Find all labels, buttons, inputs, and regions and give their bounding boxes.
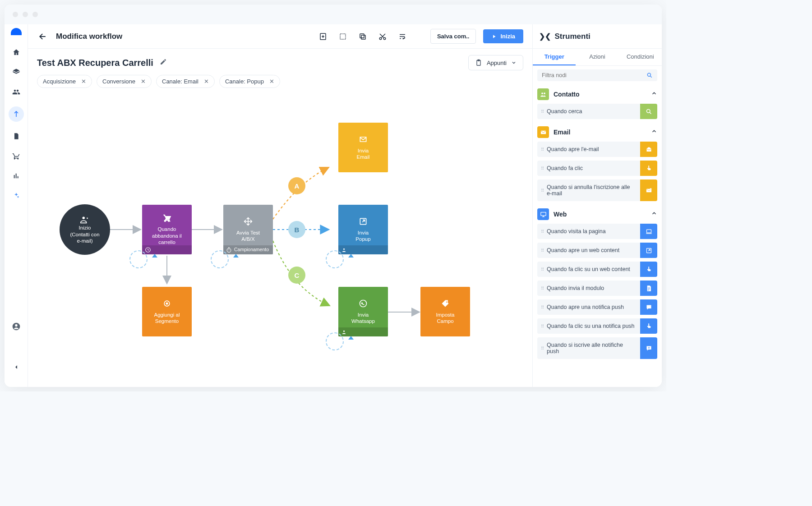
tool-item[interactable]: ⠿Quando visita la pagina — [537, 224, 657, 239]
tool-wrap-icon[interactable] — [396, 30, 409, 43]
tag-bar: Acquisizione✕ Conversione✕ Canale: Email… — [28, 75, 532, 94]
clipboard-button[interactable]: Appunti — [468, 55, 523, 70]
drag-handle-icon[interactable]: ⠿ — [537, 147, 547, 152]
add-caret-icon — [152, 254, 157, 258]
add-ring[interactable] — [211, 250, 229, 268]
workflow-canvas[interactable]: Inizio (Contatti con e-mail) Quando abba… — [28, 94, 532, 387]
nav-sparkle-icon[interactable] — [11, 190, 22, 201]
nav-collapse-icon[interactable] — [11, 362, 22, 373]
nav-home-icon[interactable] — [11, 47, 22, 58]
tool-add-node-icon[interactable] — [317, 30, 329, 43]
tag-chip[interactable]: Acquisizione✕ — [37, 75, 92, 88]
tool-item-label: Quando apre l'e-mail — [547, 142, 640, 157]
drag-handle-icon[interactable]: ⠿ — [537, 166, 547, 171]
remove-tag-icon[interactable]: ✕ — [269, 78, 274, 85]
tool-item-action-icon — [640, 104, 657, 119]
tab-trigger[interactable]: Trigger — [533, 49, 576, 65]
section-web[interactable]: Web — [537, 205, 657, 224]
nav-people-icon[interactable] — [11, 87, 22, 97]
left-nav — [5, 24, 28, 387]
drag-handle-icon[interactable]: ⠿ — [537, 305, 547, 310]
svg-point-15 — [360, 300, 367, 307]
tag-chip[interactable]: Canale: Popup✕ — [219, 75, 280, 88]
tool-item[interactable]: ⠿Quando apre un web content — [537, 243, 657, 258]
remove-tag-icon[interactable]: ✕ — [141, 78, 146, 85]
tool-item-action-icon — [640, 281, 657, 296]
remove-tag-icon[interactable]: ✕ — [81, 78, 86, 85]
tool-cut-icon[interactable] — [376, 30, 389, 43]
svg-point-19 — [446, 301, 448, 303]
app-logo-icon — [11, 28, 22, 35]
page-title: Modifica workflow — [56, 32, 122, 41]
tag-chip[interactable]: Conversione✕ — [97, 75, 152, 88]
tool-item[interactable]: ⠿Quando cerca — [537, 104, 657, 119]
drag-handle-icon[interactable]: ⠿ — [537, 188, 547, 193]
add-ring[interactable] — [326, 250, 344, 268]
tool-item[interactable]: ⠿Quando fa clic su una notifica push — [537, 318, 657, 334]
drag-handle-icon[interactable]: ⠿ — [537, 109, 547, 114]
collapse-panel-icon[interactable]: ❯ ❮ — [539, 32, 550, 41]
drag-handle-icon[interactable]: ⠿ — [537, 324, 547, 329]
filter-input[interactable] — [542, 72, 646, 78]
tab-actions[interactable]: Azioni — [576, 49, 618, 65]
tool-item[interactable]: ⠿Quando si iscrive alle notifiche push — [537, 337, 657, 359]
tool-copy-icon[interactable] — [356, 30, 369, 43]
filter-search[interactable] — [537, 69, 657, 81]
tool-item-action-icon — [640, 243, 657, 258]
tab-conditions[interactable]: Condizioni — [619, 49, 662, 65]
tool-item[interactable]: ⠿Quando apre una notifica push — [537, 299, 657, 315]
nav-workflow-icon[interactable] — [9, 106, 24, 122]
nav-layers-icon[interactable] — [11, 67, 22, 78]
action-node-abx-test[interactable]: Avvia Test A/B/X Campionamento — [223, 205, 273, 254]
action-node-send-email[interactable]: Invia Email — [338, 123, 388, 172]
drag-handle-icon[interactable]: ⠿ — [537, 346, 547, 351]
tool-item[interactable]: ⠿Quando fa clic su un web content — [537, 262, 657, 277]
add-ring[interactable] — [129, 250, 148, 268]
nav-cart-icon[interactable] — [11, 151, 22, 161]
edit-title-icon[interactable] — [160, 58, 167, 67]
add-ring[interactable] — [326, 332, 344, 350]
action-node-send-popup[interactable]: Invia Popup — [338, 205, 388, 254]
branch-c-badge: C — [288, 267, 305, 284]
section-title: Web — [554, 211, 646, 218]
cart-off-icon — [162, 213, 171, 222]
window-dot — [32, 12, 38, 17]
back-button[interactable] — [37, 31, 49, 42]
tool-select-icon[interactable] — [337, 30, 349, 43]
action-node-add-segment[interactable]: Aggiungi al Segmento — [142, 287, 192, 336]
svg-point-18 — [166, 303, 167, 304]
drag-handle-icon[interactable]: ⠿ — [537, 229, 547, 234]
action-node-set-field[interactable]: Imposta Campo — [420, 287, 470, 336]
move-icon — [244, 217, 253, 226]
tool-item[interactable]: ⠿Quando fa clic — [537, 161, 657, 176]
tool-item[interactable]: ⠿Quando si annulla l'iscrizione alle e-m… — [537, 179, 657, 201]
tool-item[interactable]: ⠿Quando invia il modulo — [537, 281, 657, 296]
action-node-send-whatsapp[interactable]: Invia Whatsapp — [338, 287, 388, 336]
tag-chip[interactable]: Canale: Email✕ — [156, 75, 215, 88]
svg-point-10 — [83, 217, 85, 220]
tool-item-label: Quando apre un web content — [547, 243, 640, 258]
drag-handle-icon[interactable]: ⠿ — [537, 286, 547, 291]
chevron-up-icon — [651, 210, 657, 218]
trigger-node-abandon-cart[interactable]: Quando abbandona il carrello — [142, 205, 192, 254]
nav-doc-icon[interactable] — [11, 131, 22, 142]
tool-item[interactable]: ⠿Quando apre l'e-mail — [537, 142, 657, 157]
tool-item-action-icon — [640, 224, 657, 239]
section-contatto[interactable]: Contatto — [537, 85, 657, 104]
window-dot — [13, 12, 18, 17]
section-email[interactable]: Email — [537, 123, 657, 142]
drag-handle-icon[interactable]: ⠿ — [537, 267, 547, 272]
save-as-button[interactable]: Salva com.. — [430, 29, 476, 44]
svg-point-1 — [15, 324, 17, 327]
drag-handle-icon[interactable]: ⠿ — [537, 248, 547, 253]
remove-tag-icon[interactable]: ✕ — [204, 78, 209, 85]
workflow-title: Test ABX Recupera Carrelli — [37, 58, 153, 68]
timer-icon — [226, 247, 232, 253]
start-button[interactable]: Inizia — [483, 29, 523, 43]
tool-item-label: Quando cerca — [547, 104, 640, 119]
section-icon — [537, 208, 549, 220]
person-icon — [341, 329, 347, 335]
start-node[interactable]: Inizio (Contatti con e-mail) — [60, 204, 110, 255]
nav-account-icon[interactable] — [11, 321, 22, 332]
nav-chart-icon[interactable] — [11, 170, 22, 181]
